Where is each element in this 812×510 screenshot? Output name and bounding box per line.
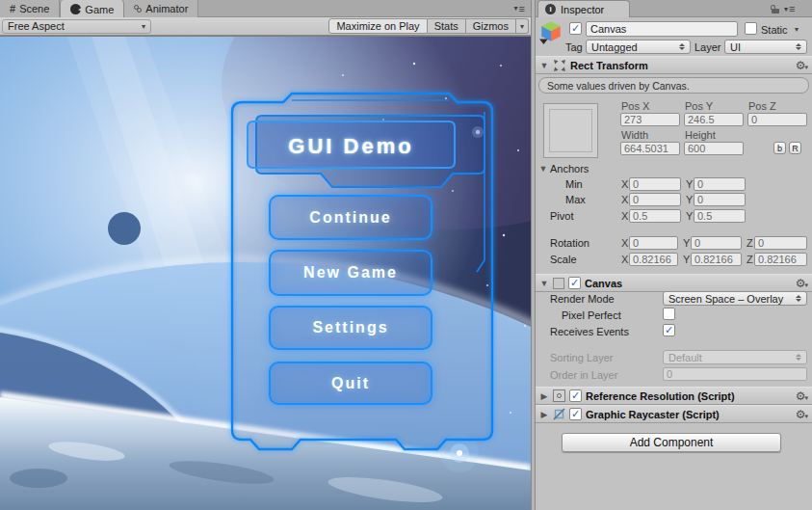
tab-game[interactable]: Game: [60, 0, 124, 18]
popup-arrows-icon: [679, 43, 685, 50]
game-pane: # Scene Game Animator ▾ ≡ Free Aspect ▾: [0, 0, 531, 510]
graphic-raycaster-checkbox[interactable]: ✓: [569, 408, 582, 420]
gear-icon[interactable]: ⚙ ▾: [796, 390, 808, 402]
anchor-max-x-field[interactable]: 0: [629, 193, 681, 206]
raw-edit-mode-button[interactable]: R: [789, 142, 801, 154]
scale-label: Scale: [550, 254, 577, 265]
canvas-enabled-checkbox[interactable]: ✓: [568, 277, 581, 289]
cube-icon[interactable]: [538, 19, 563, 44]
axis-x-label: X: [621, 254, 628, 265]
anchors-foldout-icon[interactable]: ▼: [538, 164, 548, 174]
layer-value: UI: [730, 41, 741, 53]
axis-y-label: Y: [686, 210, 693, 222]
static-label: Static: [761, 24, 788, 36]
sorting-layer-dropdown: Default: [663, 350, 807, 364]
reference-resolution-icon: [553, 389, 565, 402]
gizmos-label: Gizmos: [473, 20, 509, 32]
gear-icon[interactable]: ⚙ ▾: [796, 60, 808, 71]
anchor-max-y-field[interactable]: 0: [694, 193, 746, 206]
pos-y-label: Pos Y: [685, 100, 713, 112]
chevron-down-icon: ▾: [142, 22, 145, 31]
settings-button[interactable]: Settings: [269, 306, 432, 350]
scale-y-field[interactable]: 0.82166: [691, 253, 742, 266]
continue-button[interactable]: Continue: [269, 195, 432, 240]
anchor-min-x-field[interactable]: 0: [629, 177, 681, 191]
lock-icon[interactable]: [771, 5, 779, 13]
reference-resolution-header[interactable]: ▶ ✓ Reference Resolution (Script) ⚙ ▾: [536, 387, 812, 405]
render-mode-dropdown[interactable]: Screen Space – Overlay: [663, 291, 807, 306]
pivot-x-field[interactable]: 0.5: [629, 209, 681, 223]
aspect-dropdown[interactable]: Free Aspect ▾: [2, 19, 151, 34]
view-tabstrip: # Scene Game Animator ▾ ≡: [0, 0, 531, 17]
layer-dropdown[interactable]: UI: [724, 40, 807, 54]
chevron-down-icon: ▾: [514, 4, 518, 13]
tab-inspector[interactable]: i Inspector: [537, 0, 630, 17]
active-checkbox[interactable]: ✓: [569, 22, 582, 35]
foldout-closed-icon[interactable]: ▶: [539, 410, 549, 419]
rotation-x-field[interactable]: 0: [629, 236, 678, 250]
axis-z-label: Z: [747, 254, 753, 265]
graphic-raycaster-header[interactable]: ▶ ✓ Graphic Raycaster (Script) ⚙ ▾: [536, 405, 812, 423]
toolbar-button-group: Maximize on Play Stats Gizmos ▾: [328, 18, 529, 34]
maximize-on-play-button[interactable]: Maximize on Play: [328, 18, 427, 34]
quit-button[interactable]: Quit: [269, 362, 432, 405]
rect-transform-icon: [553, 59, 566, 72]
canvas-component-header[interactable]: ▼ ✓ Canvas ⚙ ▾: [536, 274, 812, 292]
blueprint-mode-button[interactable]: b: [773, 142, 786, 154]
chevron-down-icon: ▾: [520, 22, 524, 31]
tab-scene[interactable]: # Scene: [0, 0, 60, 17]
pos-x-field[interactable]: 273: [620, 113, 680, 126]
static-checkbox[interactable]: [745, 22, 757, 35]
rotation-y-field[interactable]: 0: [691, 236, 742, 250]
maximize-on-play-label: Maximize on Play: [336, 20, 419, 32]
add-component-button[interactable]: Add Component: [562, 433, 781, 452]
pivot-label: Pivot: [550, 210, 573, 222]
graphic-raycaster-icon: [553, 408, 565, 420]
game-toolbar: Free Aspect ▾ Maximize on Play Stats Giz…: [0, 17, 531, 36]
receives-events-checkbox[interactable]: ✓: [663, 324, 675, 336]
inspector-menu[interactable]: ▾ ≡: [784, 3, 795, 14]
hamburger-menu-icon: ≡: [789, 3, 795, 14]
popup-arrows-icon: [796, 354, 801, 361]
scene-grid-icon: #: [10, 3, 15, 14]
new-game-button[interactable]: New Game: [269, 250, 432, 296]
game-view: GUI Demo Continue New Game Settings Quit: [0, 36, 531, 510]
height-field[interactable]: 600: [684, 142, 744, 155]
pos-z-field[interactable]: 0: [747, 113, 807, 126]
aspect-dropdown-value: Free Aspect: [8, 20, 65, 32]
foldout-open-icon[interactable]: ▼: [539, 279, 549, 288]
render-mode-label: Render Mode: [550, 293, 615, 305]
pane-menu[interactable]: ▾ ≡: [509, 0, 531, 16]
reference-resolution-checkbox[interactable]: ✓: [569, 389, 582, 402]
scale-z-field[interactable]: 0.82166: [754, 253, 807, 266]
foldout-closed-icon[interactable]: ▶: [539, 391, 549, 401]
gizmos-button[interactable]: Gizmos: [466, 18, 516, 34]
sorting-layer-value: Default: [668, 352, 702, 363]
anchor-min-y-field[interactable]: 0: [694, 177, 746, 191]
rotation-label: Rotation: [550, 237, 589, 249]
gameobject-name-field[interactable]: Canvas: [586, 21, 738, 37]
width-field[interactable]: 664.5031: [620, 142, 680, 155]
gear-icon[interactable]: ⚙ ▾: [796, 409, 808, 420]
gear-icon[interactable]: ⚙ ▾: [796, 278, 808, 289]
axis-x-label: X: [621, 194, 628, 205]
tag-dropdown[interactable]: Untagged: [586, 40, 691, 54]
scale-x-field[interactable]: 0.82166: [629, 253, 678, 266]
anchor-preview[interactable]: [543, 103, 598, 158]
rect-transform-header[interactable]: ▼ Rect Transform ⚙ ▾: [536, 56, 812, 74]
gizmos-dropdown-button[interactable]: ▾: [516, 18, 529, 34]
check-icon: ✓: [570, 278, 579, 288]
check-icon: ✓: [571, 23, 580, 34]
stats-button[interactable]: Stats: [428, 18, 466, 34]
width-label: Width: [621, 129, 648, 141]
tab-animator[interactable]: Animator: [124, 0, 198, 17]
foldout-open-icon[interactable]: ▼: [539, 61, 549, 70]
static-dropdown-icon[interactable]: ▾: [795, 25, 799, 34]
pos-y-field[interactable]: 246.5: [684, 113, 744, 126]
pixel-perfect-checkbox[interactable]: [663, 308, 675, 320]
rotation-z-field[interactable]: 0: [754, 236, 807, 250]
tab-inspector-label: Inspector: [561, 4, 604, 15]
axis-y-label: Y: [686, 194, 693, 205]
canvas-component-title: Canvas: [585, 278, 622, 289]
pivot-y-field[interactable]: 0.5: [694, 209, 746, 223]
